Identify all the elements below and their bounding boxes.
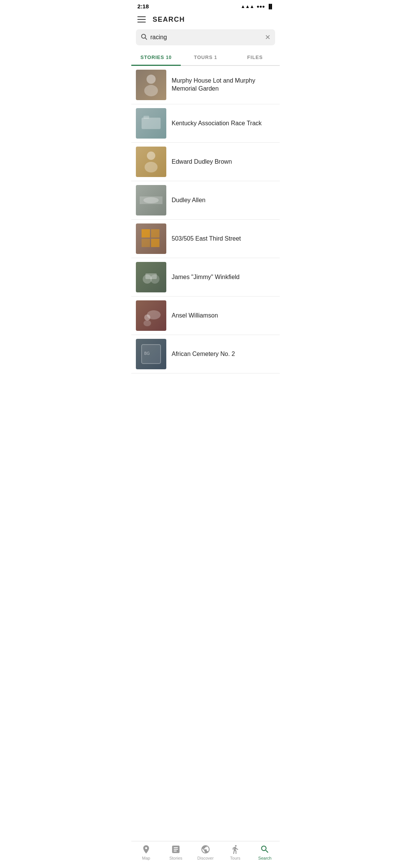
search-bar-icon (140, 33, 147, 41)
result-thumbnail (136, 185, 166, 215)
result-thumbnail (136, 223, 166, 254)
svg-rect-11 (151, 229, 159, 238)
status-time: 2:18 (137, 3, 149, 10)
thumbnail-image (136, 147, 166, 177)
result-thumbnail (136, 147, 166, 177)
result-thumbnail (136, 108, 166, 139)
result-title: 503/505 East Third Street (172, 235, 241, 243)
list-item[interactable]: 503/505 East Third Street (131, 220, 280, 258)
result-title: Dudley Allen (172, 196, 206, 204)
result-title: Murphy House Lot and Murphy Memorial Gar… (172, 77, 275, 93)
svg-text:BG: BG (144, 351, 150, 356)
svg-point-6 (147, 152, 155, 160)
thumbnail-image (136, 223, 166, 254)
results-list: Murphy House Lot and Murphy Memorial Gar… (131, 66, 280, 408)
result-title: African Cemetery No. 2 (172, 350, 235, 358)
result-title: Kentucky Association Race Track (172, 120, 262, 128)
svg-point-2 (147, 75, 156, 84)
svg-rect-12 (142, 239, 150, 247)
signal-icon: ●●● (256, 4, 265, 9)
tab-tours-label: TOURS (194, 54, 214, 60)
tab-stories-badge: 10 (166, 55, 172, 60)
status-icons: ▲▲▲ ●●● ▐▌ (241, 4, 274, 9)
thumbnail-image (136, 262, 166, 292)
status-bar: 2:18 ▲▲▲ ●●● ▐▌ (131, 0, 280, 11)
result-thumbnail (136, 300, 166, 331)
search-bar: ✕ (136, 29, 275, 45)
thumbnail-image: BG (136, 339, 166, 369)
tab-stories-label: STORIES (140, 54, 166, 60)
result-thumbnail: BG (136, 339, 166, 369)
svg-rect-5 (143, 116, 149, 119)
wifi-icon: ▲▲▲ (241, 4, 255, 9)
thumbnail-image (136, 185, 166, 215)
result-thumbnail (136, 262, 166, 292)
tab-files-label: FILES (247, 54, 263, 60)
result-title: Ansel Williamson (172, 312, 218, 320)
svg-point-9 (143, 197, 159, 203)
svg-point-19 (143, 320, 151, 326)
list-item[interactable]: James "Jimmy" Winkfield (131, 258, 280, 297)
list-item[interactable]: Edward Dudley Brown (131, 143, 280, 181)
list-item[interactable]: BGAfrican Cemetery No. 2 (131, 335, 280, 373)
tabs: STORIES 10 TOURS 1 FILES (131, 50, 280, 66)
svg-point-18 (144, 314, 150, 321)
result-title: Edward Dudley Brown (172, 158, 232, 166)
result-title: James "Jimmy" Winkfield (172, 273, 240, 281)
header: SEARCH (131, 11, 280, 29)
tab-tours-badge: 1 (214, 55, 217, 60)
svg-line-1 (145, 38, 147, 39)
search-input[interactable] (150, 34, 262, 41)
list-item[interactable]: Dudley Allen (131, 181, 280, 220)
thumbnail-image (136, 300, 166, 331)
thumbnail-image (136, 108, 166, 139)
list-item[interactable]: Kentucky Association Race Track (131, 104, 280, 143)
clear-icon[interactable]: ✕ (265, 33, 271, 41)
tab-tours[interactable]: TOURS 1 (181, 50, 230, 65)
menu-icon[interactable] (137, 14, 148, 25)
battery-icon: ▐▌ (267, 4, 274, 9)
list-item[interactable]: Ansel Williamson (131, 297, 280, 335)
result-thumbnail (136, 70, 166, 100)
tab-files[interactable]: FILES (230, 50, 280, 65)
svg-point-3 (144, 85, 158, 96)
thumbnail-image (136, 70, 166, 100)
svg-rect-10 (142, 229, 150, 238)
svg-rect-16 (145, 273, 157, 279)
list-item[interactable]: Murphy House Lot and Murphy Memorial Gar… (131, 66, 280, 104)
svg-rect-13 (151, 239, 159, 247)
svg-rect-4 (142, 118, 161, 129)
tab-stories[interactable]: STORIES 10 (131, 50, 181, 66)
page-title: SEARCH (153, 16, 185, 24)
svg-point-7 (145, 162, 158, 172)
